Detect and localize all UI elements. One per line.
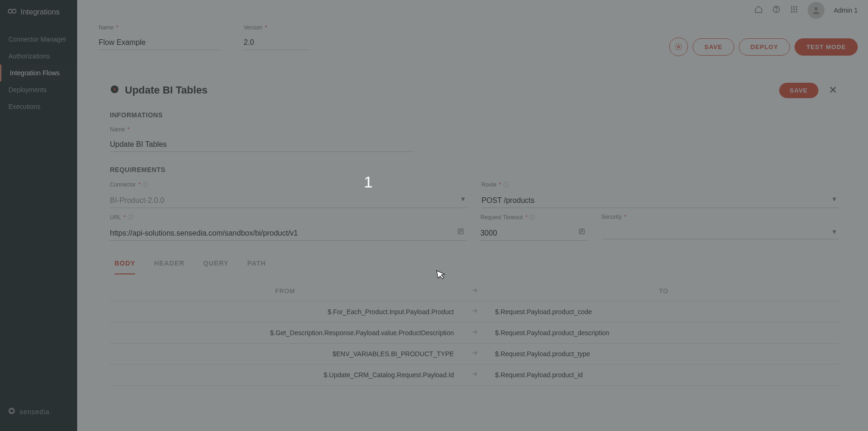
save-button[interactable]: SAVE [693, 38, 734, 56]
to-header: TO [489, 281, 839, 301]
mapping-header: FROM TO [110, 281, 839, 302]
connector-select[interactable] [110, 194, 468, 208]
sidebar-item-integration-flows[interactable]: Integration Flows [0, 65, 77, 81]
env-variable-icon[interactable] [457, 228, 464, 237]
svg-rect-6 [793, 6, 795, 7]
version-label: Version * [244, 24, 309, 31]
tutorial-marker-1: 1 [364, 173, 373, 191]
footer-brand: sensedia. [0, 397, 77, 431]
brand-name: Integrations [21, 8, 60, 16]
mapping-row[interactable]: $.Update_CRM_Catalog.Request.Payload.Id … [110, 365, 839, 386]
arrow-icon [461, 370, 489, 380]
mapping-row[interactable]: $.Get_Description.Response.Payload.value… [110, 323, 839, 344]
step-icon [110, 85, 119, 96]
test-mode-button[interactable]: TEST MODE [795, 38, 858, 56]
tab-body[interactable]: BODY [115, 259, 135, 274]
panel-header: Update BI Tables SAVE ✕ [110, 82, 839, 98]
flow-name-input[interactable] [99, 36, 220, 50]
svg-point-15 [678, 46, 680, 48]
settings-button[interactable] [669, 37, 688, 56]
svg-point-4 [776, 11, 776, 11]
flow-version-input[interactable] [244, 36, 309, 50]
user-name[interactable]: Admin 1 [834, 7, 858, 14]
timeout-input[interactable] [480, 226, 587, 241]
mapping-tabs: BODY HEADER QUERY PATH [110, 259, 839, 274]
route-label: Route *ⓘ [482, 181, 839, 189]
sidebar-item-connector-manager[interactable]: Connector Manager [0, 31, 77, 48]
panel-title: Update BI Tables [125, 84, 208, 96]
svg-rect-7 [796, 6, 797, 7]
panel-save-button[interactable]: SAVE [779, 83, 818, 98]
url-label: URL *ⓘ [110, 214, 466, 222]
route-select[interactable] [482, 194, 839, 208]
info-icon[interactable]: ⓘ [142, 181, 148, 188]
arrow-icon [461, 349, 489, 359]
chevron-down-icon[interactable]: ▾ [832, 227, 836, 236]
name-label: Name * [99, 24, 220, 31]
deploy-button[interactable]: DEPLOY [739, 38, 790, 56]
arrow-icon [461, 307, 489, 316]
timeout-label: Request Timeout *ⓘ [480, 214, 587, 222]
env-variable-icon[interactable] [578, 228, 586, 237]
home-icon[interactable] [754, 5, 763, 15]
avatar[interactable] [808, 2, 825, 19]
sensedia-logo-icon [7, 407, 16, 417]
help-icon[interactable] [772, 5, 781, 15]
panel-actions: SAVE ✕ [779, 82, 839, 98]
url-input[interactable] [110, 226, 466, 241]
topbar: Admin 1 [77, 0, 868, 21]
chevron-down-icon[interactable]: ▾ [461, 194, 465, 203]
svg-rect-11 [791, 11, 792, 13]
info-icon[interactable]: ⓘ [128, 214, 133, 221]
tab-header[interactable]: HEADER [154, 259, 184, 274]
sidebar: Integrations Connector Manager Authoriza… [0, 0, 77, 431]
footer-brand-name: sensedia. [20, 408, 52, 416]
panel-name-label: Name * [110, 126, 414, 133]
mapping-row[interactable]: $.For_Each_Product.Input.Payload.Product… [110, 302, 839, 323]
svg-rect-13 [796, 11, 797, 13]
svg-rect-10 [796, 9, 797, 10]
connector-label: Connector *ⓘ [110, 181, 468, 189]
svg-rect-12 [793, 11, 795, 13]
informations-heading: INFORMATIONS [110, 111, 839, 119]
sidebar-nav: Connector Manager Authorizations Integra… [0, 24, 77, 397]
info-icon[interactable]: ⓘ [529, 214, 535, 221]
from-header: FROM [110, 281, 461, 301]
page-header: Name * Version * SAVE DEPLOY TEST MODE [77, 21, 868, 67]
close-icon[interactable]: ✕ [827, 82, 839, 98]
integrations-icon [7, 7, 17, 18]
info-icon[interactable]: ⓘ [503, 181, 509, 188]
arrow-icon [461, 287, 489, 296]
sidebar-item-authorizations[interactable]: Authorizations [0, 48, 77, 65]
svg-point-1 [12, 9, 16, 13]
mapping-row[interactable]: $ENV_VARIABLES.BI_PRODUCT_TYPE $.Request… [110, 344, 839, 365]
arrow-icon [461, 328, 489, 338]
svg-rect-5 [791, 6, 792, 7]
svg-point-14 [814, 7, 817, 10]
sidebar-item-deployments[interactable]: Deployments [0, 81, 77, 98]
requirements-heading: REQUIREMENTS [110, 166, 839, 173]
svg-point-0 [8, 9, 12, 13]
brand-logo: Integrations [0, 0, 77, 24]
security-label: Security * [601, 214, 839, 220]
sidebar-item-executions[interactable]: Executions [0, 98, 77, 115]
panel-name-input[interactable] [110, 137, 414, 152]
apps-grid-icon[interactable] [790, 5, 798, 15]
tab-query[interactable]: QUERY [203, 259, 229, 274]
mapping-table: FROM TO $.For_Each_Product.Input.Payload… [110, 281, 839, 386]
chevron-down-icon[interactable]: ▾ [832, 194, 836, 203]
tab-path[interactable]: PATH [247, 259, 266, 274]
detail-panel: Update BI Tables SAVE ✕ INFORMATIONS Nam… [91, 73, 858, 425]
header-actions: SAVE DEPLOY TEST MODE [669, 37, 858, 56]
security-select[interactable] [601, 225, 839, 239]
svg-rect-8 [791, 9, 792, 10]
svg-rect-9 [793, 9, 795, 10]
